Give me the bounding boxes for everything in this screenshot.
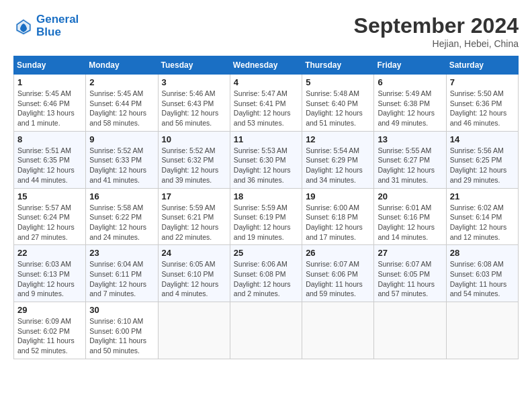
day-info: Sunrise: 6:07 AM Sunset: 6:05 PM Dayligh… (378, 259, 442, 299)
location-subtitle: Hejian, Hebei, China (354, 38, 519, 49)
calendar-cell: 22Sunrise: 6:03 AM Sunset: 6:13 PM Dayli… (14, 245, 86, 302)
calendar-cell: 26Sunrise: 6:07 AM Sunset: 6:06 PM Dayli… (302, 245, 374, 302)
day-info: Sunrise: 6:05 AM Sunset: 6:10 PM Dayligh… (162, 259, 226, 299)
day-number: 27 (378, 248, 442, 258)
title-block: September 2024 Hejian, Hebei, China (354, 13, 519, 49)
calendar-cell: 29Sunrise: 6:09 AM Sunset: 6:02 PM Dayli… (14, 302, 86, 359)
calendar-cell: 4Sunrise: 5:47 AM Sunset: 6:41 PM Daylig… (230, 75, 302, 132)
day-number: 8 (17, 134, 82, 144)
calendar-cell (374, 302, 446, 359)
day-info: Sunrise: 5:49 AM Sunset: 6:38 PM Dayligh… (378, 89, 442, 128)
calendar-cell: 5Sunrise: 5:48 AM Sunset: 6:40 PM Daylig… (302, 75, 374, 132)
calendar-cell: 27Sunrise: 6:07 AM Sunset: 6:05 PM Dayli… (374, 245, 446, 302)
calendar-cell: 21Sunrise: 6:02 AM Sunset: 6:14 PM Dayli… (446, 188, 518, 245)
day-info: Sunrise: 6:02 AM Sunset: 6:14 PM Dayligh… (450, 203, 515, 242)
day-number: 20 (378, 191, 442, 201)
calendar-cell: 6Sunrise: 5:49 AM Sunset: 6:38 PM Daylig… (374, 75, 446, 132)
calendar-cell: 23Sunrise: 6:04 AM Sunset: 6:11 PM Dayli… (86, 245, 158, 302)
calendar-body: 1Sunrise: 5:45 AM Sunset: 6:46 PM Daylig… (14, 75, 519, 359)
day-info: Sunrise: 6:09 AM Sunset: 6:02 PM Dayligh… (17, 316, 82, 356)
calendar-cell (158, 302, 230, 359)
day-number: 6 (378, 77, 442, 87)
day-info: Sunrise: 6:03 AM Sunset: 6:13 PM Dayligh… (17, 259, 82, 299)
day-info: Sunrise: 5:48 AM Sunset: 6:40 PM Dayligh… (306, 89, 370, 128)
day-number: 26 (306, 248, 370, 258)
day-number: 15 (17, 191, 82, 201)
calendar-cell (230, 302, 302, 359)
day-number: 22 (17, 248, 82, 258)
day-number: 30 (89, 305, 154, 315)
calendar-cell: 7Sunrise: 5:50 AM Sunset: 6:36 PM Daylig… (446, 75, 518, 132)
day-info: Sunrise: 5:47 AM Sunset: 6:41 PM Dayligh… (234, 89, 298, 128)
day-number: 23 (89, 248, 154, 258)
day-number: 1 (17, 77, 82, 87)
calendar-cell: 13Sunrise: 5:55 AM Sunset: 6:27 PM Dayli… (374, 131, 446, 188)
day-info: Sunrise: 6:07 AM Sunset: 6:06 PM Dayligh… (306, 259, 370, 299)
day-info: Sunrise: 6:04 AM Sunset: 6:11 PM Dayligh… (89, 259, 154, 299)
calendar-cell: 12Sunrise: 5:54 AM Sunset: 6:29 PM Dayli… (302, 131, 374, 188)
day-number: 21 (450, 191, 515, 201)
day-info: Sunrise: 5:59 AM Sunset: 6:19 PM Dayligh… (234, 203, 298, 242)
day-number: 7 (450, 77, 515, 87)
day-info: Sunrise: 5:50 AM Sunset: 6:36 PM Dayligh… (450, 89, 515, 128)
calendar-cell (446, 302, 518, 359)
page-header: General Blue September 2024 Hejian, Hebe… (13, 13, 519, 49)
day-info: Sunrise: 6:08 AM Sunset: 6:03 PM Dayligh… (450, 259, 515, 299)
calendar-cell: 8Sunrise: 5:51 AM Sunset: 6:35 PM Daylig… (14, 131, 86, 188)
weekday-header-saturday: Saturday (446, 56, 518, 75)
calendar-cell: 3Sunrise: 5:46 AM Sunset: 6:43 PM Daylig… (158, 75, 230, 132)
calendar-cell: 2Sunrise: 5:45 AM Sunset: 6:44 PM Daylig… (86, 75, 158, 132)
calendar-cell: 19Sunrise: 6:00 AM Sunset: 6:18 PM Dayli… (302, 188, 374, 245)
day-number: 4 (234, 77, 298, 87)
day-number: 12 (306, 134, 370, 144)
calendar-cell: 28Sunrise: 6:08 AM Sunset: 6:03 PM Dayli… (446, 245, 518, 302)
day-number: 24 (162, 248, 226, 258)
calendar-cell: 18Sunrise: 5:59 AM Sunset: 6:19 PM Dayli… (230, 188, 302, 245)
day-number: 13 (378, 134, 442, 144)
day-info: Sunrise: 5:46 AM Sunset: 6:43 PM Dayligh… (162, 89, 226, 128)
day-info: Sunrise: 5:54 AM Sunset: 6:29 PM Dayligh… (306, 146, 370, 185)
logo-icon (13, 16, 34, 36)
day-number: 9 (89, 134, 154, 144)
day-number: 11 (234, 134, 298, 144)
weekday-header-tuesday: Tuesday (158, 56, 230, 75)
day-info: Sunrise: 5:55 AM Sunset: 6:27 PM Dayligh… (378, 146, 442, 185)
day-number: 5 (306, 77, 370, 87)
day-info: Sunrise: 5:58 AM Sunset: 6:22 PM Dayligh… (89, 203, 154, 242)
calendar-cell: 24Sunrise: 6:05 AM Sunset: 6:10 PM Dayli… (158, 245, 230, 302)
calendar-week-3: 15Sunrise: 5:57 AM Sunset: 6:24 PM Dayli… (14, 188, 519, 245)
day-number: 10 (162, 134, 226, 144)
calendar-cell: 16Sunrise: 5:58 AM Sunset: 6:22 PM Dayli… (86, 188, 158, 245)
logo-text: General Blue (36, 13, 79, 38)
day-number: 2 (89, 77, 154, 87)
day-number: 18 (234, 191, 298, 201)
day-info: Sunrise: 5:56 AM Sunset: 6:25 PM Dayligh… (450, 146, 515, 185)
day-info: Sunrise: 5:45 AM Sunset: 6:46 PM Dayligh… (17, 89, 82, 128)
calendar-cell: 1Sunrise: 5:45 AM Sunset: 6:46 PM Daylig… (14, 75, 86, 132)
day-number: 17 (162, 191, 226, 201)
day-info: Sunrise: 5:45 AM Sunset: 6:44 PM Dayligh… (89, 89, 154, 128)
day-info: Sunrise: 5:53 AM Sunset: 6:30 PM Dayligh… (234, 146, 298, 185)
day-number: 29 (17, 305, 82, 315)
logo: General Blue (13, 13, 79, 38)
calendar-week-2: 8Sunrise: 5:51 AM Sunset: 6:35 PM Daylig… (14, 131, 519, 188)
calendar-cell: 17Sunrise: 5:59 AM Sunset: 6:21 PM Dayli… (158, 188, 230, 245)
day-info: Sunrise: 6:06 AM Sunset: 6:08 PM Dayligh… (234, 259, 298, 299)
day-info: Sunrise: 5:52 AM Sunset: 6:32 PM Dayligh… (162, 146, 226, 185)
calendar-cell: 15Sunrise: 5:57 AM Sunset: 6:24 PM Dayli… (14, 188, 86, 245)
day-info: Sunrise: 5:52 AM Sunset: 6:33 PM Dayligh… (89, 146, 154, 185)
calendar-week-1: 1Sunrise: 5:45 AM Sunset: 6:46 PM Daylig… (14, 75, 519, 132)
day-number: 19 (306, 191, 370, 201)
calendar-cell: 20Sunrise: 6:01 AM Sunset: 6:16 PM Dayli… (374, 188, 446, 245)
weekday-header-friday: Friday (374, 56, 446, 75)
calendar-cell: 10Sunrise: 5:52 AM Sunset: 6:32 PM Dayli… (158, 131, 230, 188)
day-number: 3 (162, 77, 226, 87)
calendar-cell: 14Sunrise: 5:56 AM Sunset: 6:25 PM Dayli… (446, 131, 518, 188)
day-info: Sunrise: 6:10 AM Sunset: 6:00 PM Dayligh… (89, 316, 154, 356)
weekday-header-monday: Monday (86, 56, 158, 75)
calendar-week-4: 22Sunrise: 6:03 AM Sunset: 6:13 PM Dayli… (14, 245, 519, 302)
calendar-table: SundayMondayTuesdayWednesdayThursdayFrid… (13, 56, 519, 359)
month-title: September 2024 (354, 13, 519, 38)
day-info: Sunrise: 5:51 AM Sunset: 6:35 PM Dayligh… (17, 146, 82, 185)
day-info: Sunrise: 5:59 AM Sunset: 6:21 PM Dayligh… (162, 203, 226, 242)
